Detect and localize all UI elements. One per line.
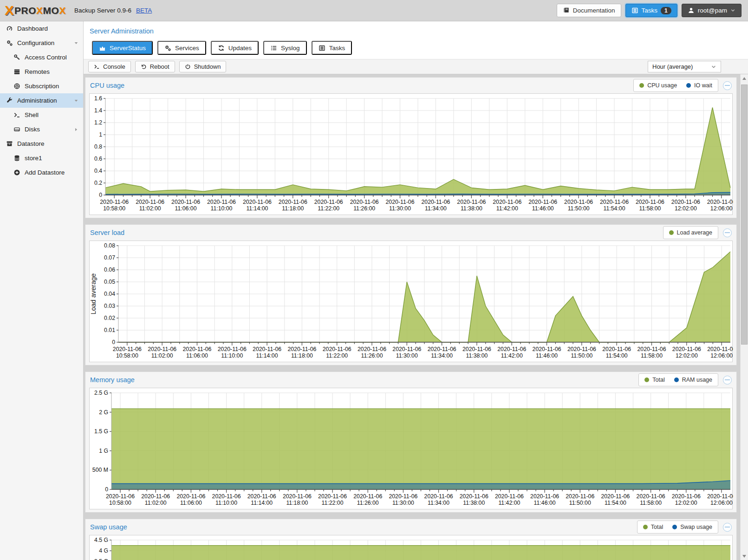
documentation-button[interactable]: Documentation	[557, 4, 621, 17]
panel-title: Server load	[90, 229, 124, 236]
legend-dot	[674, 378, 679, 382]
scrollbar-thumb[interactable]	[741, 85, 748, 345]
svg-text:11:14:00: 11:14:00	[251, 500, 273, 506]
proxmox-x-icon: X	[5, 4, 14, 17]
svg-text:11:26:00: 11:26:00	[353, 205, 375, 212]
tab-syslog[interactable]: Syslog	[263, 41, 307, 55]
tab-bar: ServerStatusServicesUpdatesSyslogTasks	[92, 41, 748, 55]
legend-item-cpu-usage[interactable]: CPU usage	[639, 82, 677, 89]
body-row: DashboardConfigurationAccess ControlRemo…	[0, 21, 748, 560]
svg-text:11:50:00: 11:50:00	[569, 500, 591, 506]
chart-container: 00.010.020.030.040.050.060.070.082020-11…	[89, 241, 733, 362]
caret-right-icon[interactable]	[73, 127, 79, 132]
tasks-button[interactable]: Tasks 1	[625, 4, 677, 17]
tab-tasks[interactable]: Tasks	[312, 41, 352, 55]
sidebar-item-subscription[interactable]: Subscription	[0, 79, 83, 93]
caret-down-icon[interactable]	[73, 40, 79, 46]
svg-text:2020-11-06: 2020-11-06	[247, 493, 276, 500]
reboot-button[interactable]: Reboot	[135, 61, 175, 72]
svg-text:11:14:00: 11:14:00	[256, 352, 278, 359]
legend-label: Swap usage	[680, 524, 712, 530]
sidebar-item-label: store1	[25, 155, 42, 162]
svg-text:2020-11-06: 2020-11-06	[253, 346, 281, 352]
svg-text:0.06: 0.06	[104, 267, 115, 273]
svg-text:2020-11-06: 2020-11-06	[171, 199, 200, 205]
collapse-panel-icon[interactable]	[723, 376, 732, 384]
svg-text:11:02:00: 11:02:00	[139, 205, 161, 212]
legend-item-io-wait[interactable]: IO wait	[686, 82, 712, 89]
tab-updates[interactable]: Updates	[211, 41, 259, 55]
svg-text:2020-11-06: 2020-11-06	[528, 199, 557, 205]
svg-text:1.6: 1.6	[94, 95, 102, 102]
cpu-usage-panel: CPU usage CPU usageIO wait 00.20.40.60.8…	[85, 77, 737, 218]
svg-text:1.4: 1.4	[94, 107, 102, 114]
tab-serverstatus[interactable]: ServerStatus	[92, 41, 153, 55]
sidebar-item-administration[interactable]: Administration	[0, 93, 83, 108]
svg-text:0.6: 0.6	[94, 156, 102, 162]
chart-legend: CPU usageIO wait	[633, 79, 718, 92]
legend-item-load-average[interactable]: Load average	[669, 229, 712, 236]
collapse-panel-icon[interactable]	[723, 523, 732, 532]
content-header: Server Administration ServerStatusServic…	[84, 21, 748, 59]
vertical-scrollbar[interactable]	[740, 74, 748, 560]
legend-item-total[interactable]: Total	[644, 377, 664, 383]
svg-text:2020-11-06: 2020-11-06	[707, 346, 733, 352]
console-button[interactable]: Console	[88, 61, 131, 72]
sidebar-item-datastore[interactable]: Datastore	[0, 137, 83, 151]
toolbar-button-label: Reboot	[150, 63, 169, 70]
svg-text:0: 0	[99, 192, 102, 198]
svg-text:11:54:00: 11:54:00	[605, 500, 626, 506]
sidebar-item-store1[interactable]: store1	[0, 151, 83, 165]
svg-text:11:06:00: 11:06:00	[175, 205, 197, 212]
remotes-icon	[13, 68, 20, 75]
svg-text:11:26:00: 11:26:00	[357, 500, 379, 506]
legend-item-ram-usage[interactable]: RAM usage	[674, 377, 712, 383]
svg-text:2020-11-06: 2020-11-06	[601, 493, 630, 500]
tab-services[interactable]: Services	[157, 41, 206, 55]
svg-text:11:06:00: 11:06:00	[186, 352, 208, 359]
svg-text:2020-11-06: 2020-11-06	[207, 199, 236, 205]
sidebar-item-add-datastore[interactable]: Add Datastore	[0, 165, 83, 180]
gauge-icon	[6, 25, 13, 32]
sidebar-item-label: Administration	[17, 97, 57, 104]
collapse-panel-icon[interactable]	[723, 81, 732, 90]
svg-text:11:02:00: 11:02:00	[145, 500, 167, 506]
svg-text:2020-11-06: 2020-11-06	[353, 493, 382, 500]
beta-link[interactable]: BETA	[136, 7, 152, 14]
svg-text:11:18:00: 11:18:00	[286, 500, 308, 506]
svg-text:2020-11-06: 2020-11-06	[462, 346, 491, 352]
panel-header: Server load Load average	[85, 225, 736, 241]
legend-dot	[644, 378, 649, 382]
panel-header: Swap usage TotalSwap usage	[85, 519, 736, 535]
collapse-panel-icon[interactable]	[723, 228, 732, 237]
user-menu-button[interactable]: root@pam	[682, 4, 741, 17]
database-icon	[13, 155, 20, 162]
svg-text:11:30:00: 11:30:00	[392, 500, 414, 506]
legend-label: CPU usage	[647, 82, 677, 89]
svg-text:2020-11-06: 2020-11-06	[212, 493, 241, 500]
sidebar-item-shell[interactable]: Shell	[0, 108, 83, 122]
caret-down-icon[interactable]	[73, 98, 79, 104]
terminal-icon	[94, 64, 100, 70]
timeframe-select[interactable]: Hour (average)	[648, 61, 721, 72]
legend-item-total[interactable]: Total	[643, 524, 663, 530]
scrollbar-up-arrow[interactable]	[741, 74, 748, 82]
scrollbar-down-arrow[interactable]	[741, 552, 748, 560]
svg-text:11:10:00: 11:10:00	[221, 352, 243, 359]
sidebar-item-disks[interactable]: Disks	[0, 122, 83, 137]
sidebar-item-dashboard[interactable]: Dashboard	[0, 21, 83, 36]
tasklist-icon	[631, 7, 638, 14]
svg-text:0.8: 0.8	[94, 143, 102, 150]
gears-icon	[164, 45, 171, 52]
svg-text:1.2: 1.2	[94, 119, 102, 126]
svg-text:0.07: 0.07	[104, 254, 115, 261]
toolbar-button-label: Shutdown	[194, 63, 221, 70]
legend-label: Load average	[677, 229, 712, 236]
sidebar-item-configuration[interactable]: Configuration	[0, 36, 83, 50]
svg-text:11:22:00: 11:22:00	[318, 205, 339, 212]
legend-item-swap-usage[interactable]: Swap usage	[672, 524, 712, 530]
sidebar-item-access-control[interactable]: Access Control	[0, 50, 83, 65]
svg-text:500 M: 500 M	[92, 467, 108, 473]
shutdown-button[interactable]: Shutdown	[179, 61, 227, 72]
sidebar-item-remotes[interactable]: Remotes	[0, 65, 83, 79]
